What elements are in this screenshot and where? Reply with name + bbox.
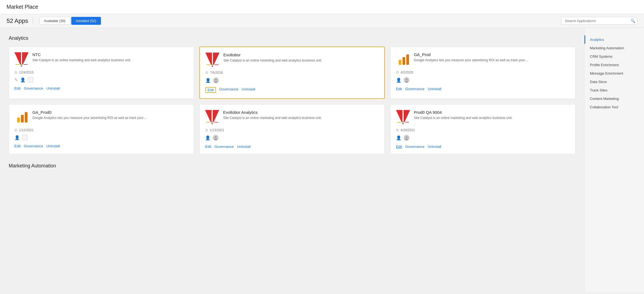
svg-point-37 bbox=[215, 136, 217, 138]
svg-point-18 bbox=[214, 81, 218, 83]
main-layout: Analytics OMN bbox=[0, 28, 644, 292]
clock-icon-4: ⊙ bbox=[14, 128, 17, 132]
card-evoltobor-analytics-meta: ⊙ 1/13/2021 bbox=[205, 128, 379, 132]
sidebar-item-collaboration-tool[interactable]: Collaboration Tool bbox=[584, 103, 644, 111]
card-ga-prod-date: 4/2/2020 bbox=[401, 71, 413, 74]
card-prod0-qa-9004-governance[interactable]: Governance bbox=[405, 145, 425, 149]
svg-rect-7 bbox=[24, 64, 27, 65]
user-square-4 bbox=[22, 135, 27, 140]
card-evoltobor-name: Evoltobor bbox=[223, 53, 322, 57]
top-bar: Market Place bbox=[0, 0, 644, 14]
card-ntc-users: ✎ 👤 bbox=[14, 77, 188, 82]
svg-rect-44 bbox=[397, 122, 401, 122]
person-icon-6: 👤 bbox=[396, 135, 401, 140]
card-prod0-qa-9004-date: 4/29/2021 bbox=[401, 128, 415, 132]
sidebar-item-track-sites[interactable]: Track Sites bbox=[584, 86, 644, 94]
card-evoltobor-uninstall[interactable]: Uninstall bbox=[242, 87, 255, 93]
sidebar-item-data-store[interactable]: Data Store bbox=[584, 78, 644, 86]
svg-rect-45 bbox=[402, 122, 404, 122]
card-evoltobor-analytics-date: 1/13/2021 bbox=[210, 128, 224, 132]
tab-available[interactable]: Available (30) bbox=[39, 17, 70, 25]
search-input[interactable] bbox=[561, 17, 637, 25]
card-prod0-qa-9004-name: Prod0 QA 9004 bbox=[414, 110, 513, 115]
card-prod0-qa-9004-header: Prod0 QA 9004 Site Catalyst is an online… bbox=[396, 110, 570, 124]
section-title-marketing: Marketing Automation bbox=[9, 163, 575, 169]
card-ga-prod-uninstall[interactable]: Uninstall bbox=[428, 87, 441, 91]
page-title: Market Place bbox=[7, 4, 38, 10]
card-ga-prod0: GA_Prod0 Google Analytics lets you measu… bbox=[9, 104, 194, 154]
card-ntc-date: 12/4/2015 bbox=[19, 71, 33, 74]
svg-point-38 bbox=[214, 139, 218, 140]
card-evoltobor-analytics-edit[interactable]: Edit bbox=[205, 145, 211, 149]
sidebar-item-crm-systems[interactable]: CRM Systems bbox=[584, 52, 644, 61]
card-ga-prod-meta: ⊙ 4/2/2020 bbox=[396, 70, 570, 74]
card-ga-prod-governance[interactable]: Governance bbox=[405, 87, 425, 91]
card-evoltobor-analytics-uninstall[interactable]: Uninstall bbox=[237, 145, 251, 149]
card-evoltobor-info: Evoltobor Site Catalyst is an online mar… bbox=[223, 53, 322, 63]
card-ga-prod-info: GA_Prod Google Analytics lets you measur… bbox=[414, 52, 528, 63]
tab-group: Available (30) Installed (52) bbox=[39, 17, 101, 25]
svg-rect-36 bbox=[214, 122, 218, 122]
card-evoltobor-meta: ⊙ 7/6/2018 bbox=[205, 71, 379, 75]
clock-icon-5: ⊙ bbox=[205, 128, 208, 132]
card-ntc-governance[interactable]: Governance bbox=[24, 86, 43, 90]
user-avatar-5 bbox=[213, 135, 219, 141]
card-evoltobor-users: 👤 bbox=[205, 77, 379, 83]
card-prod0-qa-9004-uninstall[interactable]: Uninstall bbox=[428, 145, 441, 149]
tab-installed[interactable]: Installed (52) bbox=[71, 17, 101, 25]
clock-icon-6: ⊙ bbox=[396, 128, 399, 132]
card-ntc-info: NTC Site Catalyst is an online marketing… bbox=[32, 52, 131, 63]
card-ga-prod-header: GA_Prod Google Analytics lets you measur… bbox=[396, 52, 570, 66]
svg-rect-20 bbox=[399, 60, 401, 65]
person-icon-2: 👤 bbox=[205, 78, 211, 83]
svg-point-24 bbox=[405, 81, 408, 83]
card-ntc: OMNITURE NTC Site Catalyst is an online … bbox=[9, 47, 194, 99]
svg-rect-14 bbox=[206, 65, 210, 65]
person-icon: 👤 bbox=[20, 77, 26, 82]
person-icon-3: 👤 bbox=[396, 78, 401, 83]
card-evoltobor-governance[interactable]: Governance bbox=[219, 87, 239, 93]
card-ga-prod-desc: Google Analytics lets you measure your a… bbox=[414, 58, 528, 63]
sidebar-item-content-marketing[interactable]: Content Marketing bbox=[584, 94, 644, 103]
card-ga-prod-logo bbox=[396, 52, 410, 66]
user-icon: ✎ bbox=[14, 77, 18, 82]
sidebar-item-message-enrichment[interactable]: Message Enrichment bbox=[584, 69, 644, 78]
svg-rect-15 bbox=[211, 65, 213, 65]
card-evoltobor-analytics-desc: Site Catalyst is an online marketing and… bbox=[223, 116, 322, 120]
card-ga-prod0-uninstall[interactable]: Uninstall bbox=[46, 144, 60, 148]
svg-point-48 bbox=[405, 139, 408, 140]
svg-point-17 bbox=[215, 79, 217, 81]
user-square bbox=[28, 77, 33, 82]
card-evoltobor-analytics-governance[interactable]: Governance bbox=[215, 145, 234, 149]
card-ga-prod-users: 👤 bbox=[396, 77, 570, 83]
card-prod0-qa-9004-actions: Edit Governance Uninstall bbox=[396, 145, 570, 149]
svg-text:OMNITURE: OMNITURE bbox=[17, 66, 25, 66]
card-evoltobor-actions: Edit Governance Uninstall bbox=[205, 87, 379, 93]
person-icon-4: 👤 bbox=[14, 135, 20, 140]
card-ntc-edit[interactable]: Edit bbox=[14, 86, 20, 90]
svg-rect-22 bbox=[406, 54, 409, 65]
card-ntc-logo: OMNITURE bbox=[14, 52, 29, 66]
card-ga-prod-name: GA_Prod bbox=[414, 52, 528, 57]
card-evoltobor-edit[interactable]: Edit bbox=[205, 87, 216, 93]
user-avatar-2 bbox=[213, 77, 219, 83]
card-ga-prod-edit[interactable]: Edit bbox=[396, 87, 402, 91]
search-box-wrap: 🔍 bbox=[561, 17, 637, 25]
svg-point-23 bbox=[405, 78, 407, 80]
card-prod0-qa-9004-users: 👤 bbox=[396, 135, 570, 141]
card-ga-prod0-edit[interactable]: Edit bbox=[14, 144, 20, 148]
analytics-cards-grid: OMNITURE NTC Site Catalyst is an online … bbox=[9, 47, 575, 154]
card-ntc-uninstall[interactable]: Uninstall bbox=[46, 86, 60, 90]
sidebar-item-marketing-automation[interactable]: Marketing Automation bbox=[584, 44, 644, 52]
sidebar-item-analytics[interactable]: Analytics bbox=[584, 35, 644, 44]
card-ntc-meta: ⊙ 12/4/2015 bbox=[14, 70, 188, 74]
card-prod0-qa-9004-edit[interactable]: Edit bbox=[396, 145, 402, 149]
sidebar-item-profile-enrichment[interactable]: Profile Enrichment bbox=[584, 61, 644, 69]
apps-count: 52 Apps bbox=[7, 17, 33, 24]
card-evoltobor-analytics-name: Evoltobor Analytics bbox=[223, 110, 322, 115]
card-evoltobor-analytics-logo bbox=[205, 110, 219, 124]
card-ga-prod0-header: GA_Prod0 Google Analytics lets you measu… bbox=[14, 110, 188, 124]
card-evoltobor-analytics-users: 👤 bbox=[205, 135, 379, 141]
card-ga-prod0-governance[interactable]: Governance bbox=[24, 144, 43, 148]
card-ga-prod0-name: GA_Prod0 bbox=[32, 110, 147, 115]
